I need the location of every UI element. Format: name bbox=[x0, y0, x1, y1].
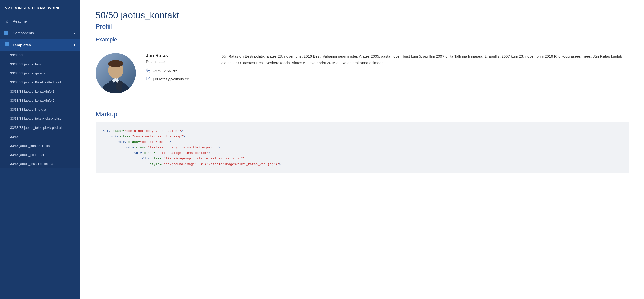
sub-item-3333-tekst[interactable]: 33/33/33 jaotus_tekst+tekst+tekst bbox=[0, 114, 80, 123]
avatar-wrap bbox=[96, 53, 136, 93]
phone-icon bbox=[146, 68, 150, 74]
code-block: <div class="container-body-vp container"… bbox=[96, 122, 629, 173]
sub-item-3333[interactable]: 33/33/33 bbox=[0, 51, 80, 60]
phone-row: +372 6456 789 bbox=[146, 68, 211, 74]
sub-item-3333-kontakt1[interactable]: 33/33/33 jaotus_kontaktinfo 1 bbox=[0, 87, 80, 96]
example-title: Example bbox=[96, 36, 629, 43]
sub-item-3333-tekstiplokk[interactable]: 33/33/33 jaotus_tekstiplokk pildi all bbox=[0, 123, 80, 132]
sub-item-3366-tekst[interactable]: 33/66 jaotus_tekst+bulletid a bbox=[0, 159, 80, 168]
sub-item-3366[interactable]: 33/66 bbox=[0, 132, 80, 141]
page-title: 50/50 jaotus_kontakt bbox=[96, 10, 629, 21]
profiil-title: Profiil bbox=[96, 23, 629, 30]
sub-item-3333-galeriid[interactable]: 33/33/33 jaotus_galeriid bbox=[0, 69, 80, 78]
sidebar: VP FRONT-END FRAMEWORK ⌂ Readme Componen… bbox=[0, 0, 80, 299]
square-icon-templates bbox=[5, 42, 10, 47]
avatar bbox=[96, 53, 136, 93]
sub-item-3333-kontakt2[interactable]: 33/33/33 jaotus_kontaktinfo 2 bbox=[0, 96, 80, 105]
profile-name: Jüri Ratas bbox=[146, 53, 211, 58]
markup-title: Markup bbox=[96, 110, 629, 118]
code-content: <div class="container-body-vp container"… bbox=[103, 128, 622, 167]
chevron-right-icon: ▸ bbox=[74, 31, 75, 35]
markup-section: Markup <div class="container-body-vp con… bbox=[96, 110, 629, 173]
templates-sub-items: 33/33/33 33/33/33 jaotus_failid 33/33/33… bbox=[0, 51, 80, 168]
sidebar-item-readme[interactable]: ⌂ Readme bbox=[0, 15, 80, 27]
profile-bio: Jüri Ratas on Eesti poliitik, alates 23.… bbox=[221, 53, 629, 66]
email-row: juri.ratas@valitsus.ee bbox=[146, 76, 211, 82]
example-section: Example bbox=[96, 36, 629, 98]
app-title: VP FRONT-END FRAMEWORK bbox=[0, 0, 80, 15]
sub-item-3333-kiirelt[interactable]: 33/33/33 jaotus_Kiirelt kätte lingid bbox=[0, 78, 80, 87]
sidebar-item-templates[interactable]: Templates ▾ bbox=[0, 39, 80, 51]
sub-item-3333-lingid[interactable]: 33/33/33 jaotus_lingid a bbox=[0, 105, 80, 114]
sidebar-item-components[interactable]: Components ▸ bbox=[0, 27, 80, 39]
sub-item-3366-kontakt[interactable]: 33/66 jaotus_kontakt+tekst bbox=[0, 141, 80, 150]
square-icon bbox=[5, 31, 10, 35]
profile-email: juri.ratas@valitsus.ee bbox=[153, 77, 189, 81]
sidebar-item-components-label: Components bbox=[13, 31, 34, 35]
email-icon bbox=[146, 76, 150, 82]
sidebar-item-readme-label: Readme bbox=[13, 19, 27, 23]
home-icon: ⌂ bbox=[5, 19, 10, 23]
sub-item-3366-pilt[interactable]: 33/66 jaotus_pilt+tekst bbox=[0, 150, 80, 159]
profile-info: Jüri Ratas Peaminister +372 6456 789 bbox=[146, 53, 211, 82]
profile-phone: +372 6456 789 bbox=[153, 69, 178, 73]
sidebar-item-templates-label: Templates bbox=[13, 43, 31, 47]
profile-card: Jüri Ratas Peaminister +372 6456 789 bbox=[96, 48, 629, 98]
main-content: 50/50 jaotus_kontakt Profiil Example bbox=[80, 0, 644, 299]
chevron-down-icon: ▾ bbox=[74, 43, 75, 47]
profile-contact: +372 6456 789 juri.ratas@valitsus.ee bbox=[146, 68, 211, 82]
profile-role: Peaminister bbox=[146, 59, 211, 64]
avatar-image bbox=[96, 53, 136, 93]
sub-item-3333-failid[interactable]: 33/33/33 jaotus_failid bbox=[0, 60, 80, 69]
svg-point-6 bbox=[108, 60, 123, 67]
